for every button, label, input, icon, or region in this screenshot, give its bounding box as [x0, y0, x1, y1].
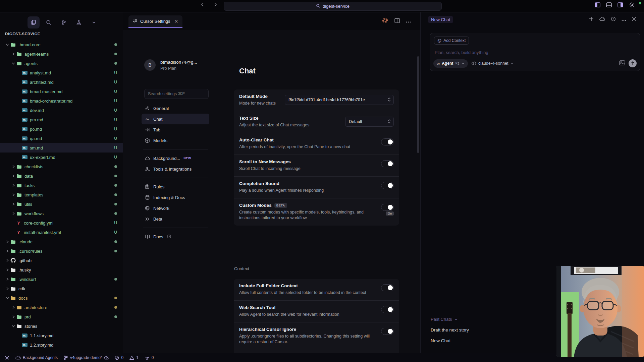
tree-item[interactable]: prd — [0, 312, 123, 321]
settings-nav-chat[interactable]: ∞Chat — [142, 114, 209, 124]
ports-indicator[interactable]: 0 — [145, 355, 154, 360]
settings-nav-docs[interactable]: Docs — [142, 231, 209, 242]
toggle-right-panel-icon[interactable] — [618, 2, 623, 7]
forward-button[interactable] — [213, 2, 218, 7]
history-icon[interactable] — [611, 16, 616, 23]
toggle-switch[interactable] — [381, 182, 394, 189]
chevron-right-icon[interactable] — [11, 202, 16, 206]
tree-item[interactable]: M↓architect.mdU — [0, 77, 123, 87]
git-branch-button[interactable]: v4upgrade-demo* — [64, 355, 109, 360]
select-dropdown[interactable]: f6c1f8dd-d701-4edf-be4d-b17769bb701e — [285, 95, 394, 105]
toggle-switch[interactable] — [381, 306, 394, 313]
remote-indicator[interactable] — [5, 356, 9, 360]
cloud-icon[interactable] — [599, 16, 605, 22]
toggle-switch[interactable] — [381, 328, 394, 335]
tree-item[interactable]: M↓1.1.story.md — [0, 331, 123, 340]
tree-item[interactable]: M↓analyst.mdU — [0, 68, 123, 77]
model-selector[interactable]: claude-4-sonnet — [471, 61, 514, 66]
chevron-right-icon[interactable] — [11, 315, 16, 318]
chat-input-box[interactable]: @ Add Context Plan, search, build anythi… — [430, 33, 640, 71]
tree-item[interactable]: .github — [0, 256, 123, 265]
tree-item[interactable]: Ycore-config.ymlU — [0, 218, 123, 228]
settings-nav-indexing-docs[interactable]: Indexing & Docs — [142, 192, 209, 203]
beaker-icon[interactable] — [73, 16, 85, 28]
toggle-bottom-panel-icon[interactable] — [606, 2, 612, 7]
settings-nav-rules[interactable]: Rules — [142, 181, 209, 192]
settings-nav-background[interactable]: Background...NEW — [142, 153, 209, 164]
tree-item[interactable]: agents — [0, 59, 123, 68]
starburst-icon[interactable] — [382, 17, 388, 25]
errors-indicator[interactable]: 0 — [115, 355, 123, 360]
tree-item[interactable]: .cursor/rules — [0, 246, 123, 256]
more-icon[interactable] — [622, 16, 626, 22]
close-panel-icon[interactable] — [632, 16, 636, 22]
gear-icon[interactable] — [629, 2, 635, 8]
past-chat-item[interactable]: New Chat — [431, 338, 469, 343]
attach-image-icon[interactable] — [619, 60, 625, 67]
chevron-right-icon[interactable] — [11, 174, 16, 178]
settings-nav-tools-integrations[interactable]: Tools & Integrations — [142, 164, 209, 174]
tree-item[interactable]: .windsurf — [0, 275, 123, 284]
tree-item[interactable]: cdk — [0, 284, 123, 293]
add-context-button[interactable]: @ Add Context — [434, 37, 469, 45]
chevron-right-icon[interactable] — [11, 184, 16, 187]
chevron-right-icon[interactable] — [11, 306, 16, 309]
new-chat-icon[interactable] — [589, 16, 594, 22]
chevron-down-icon[interactable] — [11, 324, 16, 328]
tree-item[interactable]: Yinstall-manifest.ymlU — [0, 228, 123, 237]
more-actions-icon[interactable] — [406, 18, 411, 24]
toggle-switch[interactable] — [381, 138, 394, 145]
tree-item[interactable]: docs — [0, 293, 123, 303]
close-icon[interactable]: ✕ — [174, 19, 178, 24]
send-button[interactable] — [629, 59, 637, 67]
tree-item[interactable]: M↓dev.mdU — [0, 106, 123, 115]
chevron-right-icon[interactable] — [11, 212, 16, 215]
tree-item[interactable]: M↓ux-expert.mdU — [0, 153, 123, 162]
chevron-down-icon[interactable] — [5, 296, 10, 300]
select-dropdown[interactable]: Default — [345, 117, 394, 127]
tree-item[interactable]: utils — [0, 199, 123, 209]
chevron-right-icon[interactable] — [11, 165, 16, 168]
settings-nav-tab[interactable]: Tab — [142, 124, 209, 135]
toggle-switch[interactable] — [381, 204, 394, 211]
tree-item[interactable]: M↓po.mdU — [0, 124, 123, 134]
chevron-right-icon[interactable] — [5, 287, 10, 290]
chevron-right-icon[interactable] — [5, 268, 10, 272]
tree-item[interactable]: data — [0, 171, 123, 181]
chevron-down-icon[interactable] — [5, 43, 10, 46]
warnings-indicator[interactable]: 1 — [129, 355, 139, 360]
back-button[interactable] — [200, 2, 205, 7]
tab-cursor-settings[interactable]: Cursor Settings ✕ — [128, 15, 182, 28]
editor-scrollbar[interactable] — [417, 56, 419, 153]
chevron-right-icon[interactable] — [5, 278, 10, 281]
source-control-icon[interactable] — [58, 16, 70, 28]
tree-item[interactable]: M↓qa.mdU — [0, 134, 123, 143]
tree-item[interactable]: M↓sm.mdU — [0, 143, 123, 153]
tree-item[interactable]: checklists — [0, 162, 123, 171]
settings-nav-general[interactable]: General — [142, 103, 209, 114]
settings-nav-network[interactable]: Network — [142, 203, 209, 214]
chevron-right-icon[interactable] — [5, 249, 10, 253]
tree-item[interactable]: M↓bmad-master.mdU — [0, 87, 123, 96]
agent-mode-selector[interactable]: ∞ Agent ⌘I — [433, 59, 468, 68]
toggle-switch[interactable] — [381, 160, 394, 167]
chat-tab-title[interactable]: New Chat — [428, 16, 453, 23]
toggle-switch[interactable] — [381, 284, 394, 291]
command-center-search[interactable]: digest-service — [224, 2, 442, 11]
tree-item[interactable]: .claude — [0, 237, 123, 246]
files-icon[interactable] — [28, 16, 40, 28]
tree-item[interactable]: architecture — [0, 303, 123, 312]
tree-item[interactable]: M↓pm.mdU — [0, 115, 123, 124]
past-chat-item[interactable]: Draft the next story — [431, 327, 469, 333]
tree-item[interactable]: .husky — [0, 265, 123, 275]
search-icon[interactable] — [43, 16, 55, 28]
settings-nav-models[interactable]: Models — [142, 135, 209, 146]
chevron-right-icon[interactable] — [11, 193, 16, 196]
chevron-right-icon[interactable] — [5, 240, 10, 243]
chevron-right-icon[interactable] — [11, 52, 16, 56]
tree-item[interactable]: workflows — [0, 209, 123, 218]
chevron-right-icon[interactable] — [5, 259, 10, 262]
chevron-down-icon[interactable] — [88, 16, 100, 28]
tree-item[interactable]: M↓bmad-orchestrator.mdU — [0, 96, 123, 106]
settings-nav-beta[interactable]: Beta — [142, 214, 209, 224]
